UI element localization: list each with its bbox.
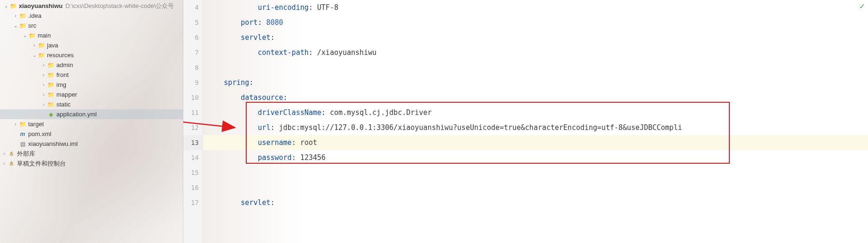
- chevron-right-icon[interactable]: ›: [12, 122, 19, 127]
- tree-pom-xml[interactable]: ·mpom.xml: [0, 129, 183, 139]
- yaml-key: driverClassName: [258, 108, 321, 117]
- folder-icon: 📁: [38, 42, 45, 49]
- folder-icon: 📁: [28, 32, 36, 39]
- tree-static[interactable]: ›📁static: [0, 99, 183, 109]
- code-line-9[interactable]: spring:: [203, 75, 868, 90]
- yaml-text: :: [292, 138, 300, 147]
- folder-icon: 📁: [19, 121, 26, 128]
- project-root[interactable]: ⌄📁xiaoyuanshiwuD:\cxs\Desktop\stack-whit…: [0, 1, 183, 11]
- yaml-text: UTF-8: [317, 3, 338, 12]
- code-line-15[interactable]: [203, 165, 868, 180]
- line-number[interactable]: 14: [183, 150, 203, 165]
- yaml-key: spring: [224, 78, 249, 87]
- chevron-right-icon[interactable]: ›: [40, 72, 47, 77]
- yaml-file-icon: ◆: [47, 111, 55, 118]
- tree-application-yml[interactable]: ·◆application.yml: [0, 109, 183, 119]
- yaml-text: :: [309, 48, 317, 57]
- project-tree: ⌄📁xiaoyuanshiwuD:\cxs\Desktop\stack-whit…: [0, 0, 183, 149]
- chevron-right-icon[interactable]: ›: [40, 62, 47, 68]
- line-number[interactable]: 6: [183, 30, 203, 45]
- code-line-7[interactable]: context-path: /xiaoyuanshiwu: [203, 45, 868, 60]
- code-line-14[interactable]: password: 123456: [203, 150, 868, 165]
- chevron-right-icon[interactable]: ›: [40, 92, 47, 97]
- line-number[interactable]: 9: [183, 75, 203, 90]
- yaml-key: servlet: [241, 198, 270, 207]
- line-number[interactable]: 16: [183, 180, 203, 195]
- yaml-text: :: [283, 93, 288, 102]
- line-number[interactable]: 13: [183, 135, 203, 150]
- code-line-8[interactable]: [203, 60, 868, 75]
- chevron-down-icon[interactable]: ⌄: [12, 23, 19, 28]
- line-number[interactable]: 8: [183, 60, 203, 75]
- line-number[interactable]: 15: [183, 165, 203, 180]
- code-line-12[interactable]: url: jdbc:mysql://127.0.0.1:3306/xiaoyua…: [203, 120, 868, 135]
- iml-file-icon: ▤: [19, 140, 26, 148]
- folder-icon: 📁: [38, 52, 45, 59]
- line-number[interactable]: 4: [183, 0, 203, 15]
- code-line-17[interactable]: servlet:: [203, 195, 868, 210]
- tree-main[interactable]: ⌄📁main: [0, 30, 183, 40]
- tree-front[interactable]: ›📁front: [0, 70, 183, 80]
- chevron-right-icon[interactable]: ›: [40, 102, 47, 107]
- folder-icon: 📁: [47, 101, 55, 108]
- chevron-right-icon[interactable]: ›: [1, 151, 8, 156]
- code-line-13[interactable]: username: root: [203, 135, 868, 150]
- tree-item-label: front: [56, 71, 69, 78]
- yaml-key: url: [258, 123, 270, 132]
- chevron-right-icon[interactable]: ›: [12, 13, 19, 18]
- code-line-11[interactable]: driverClassName: com.mysql.cj.jdbc.Drive…: [203, 105, 868, 120]
- tree-item-label: main: [38, 32, 51, 39]
- external-root-label: 外部库: [17, 150, 35, 158]
- tree-java[interactable]: ›📁java: [0, 40, 183, 50]
- code-line-16[interactable]: [203, 180, 868, 195]
- yaml-text: :: [321, 108, 330, 117]
- library-icon: ⋔: [8, 160, 15, 167]
- tree-item-label: java: [47, 42, 58, 49]
- chevron-right-icon[interactable]: ›: [1, 161, 8, 166]
- tree-mapper[interactable]: ›📁mapper: [0, 90, 183, 99]
- external-libraries[interactable]: ›⋔外部库: [0, 149, 183, 159]
- tree-item-label: static: [56, 101, 70, 108]
- chevron-right-icon[interactable]: ›: [31, 43, 38, 48]
- tree-item-label: mapper: [56, 91, 77, 98]
- code-line-4[interactable]: uri-encoding: UTF-8: [203, 0, 868, 15]
- tree-target[interactable]: ›📁target: [0, 119, 183, 129]
- tree-src[interactable]: ⌄📁src: [0, 21, 183, 30]
- folder-icon: 📁: [19, 12, 26, 20]
- code-line-10[interactable]: datasource:: [203, 90, 868, 105]
- yaml-text: :: [249, 78, 253, 87]
- tree-resources[interactable]: ⌄📁resources: [0, 50, 183, 60]
- yaml-key: servlet: [241, 33, 270, 42]
- yaml-text: :: [270, 198, 274, 207]
- tree-item-label: admin: [56, 61, 73, 68]
- chevron-down-icon[interactable]: ⌄: [31, 53, 38, 58]
- yaml-key: port: [241, 18, 258, 27]
- line-number[interactable]: 5: [183, 15, 203, 30]
- tree-admin[interactable]: ›📁admin: [0, 60, 183, 70]
- yaml-text: 123456: [300, 153, 326, 162]
- inspection-ok-icon[interactable]: ✓: [859, 2, 865, 11]
- line-number[interactable]: 17: [183, 195, 203, 210]
- project-tree-panel[interactable]: ⌄📁xiaoyuanshiwuD:\cxs\Desktop\stack-whit…: [0, 0, 183, 243]
- tree-idea[interactable]: ›📁.idea: [0, 11, 183, 21]
- chevron-down-icon[interactable]: ⌄: [3, 3, 9, 8]
- line-number[interactable]: 7: [183, 45, 203, 60]
- code-line-6[interactable]: servlet:: [203, 30, 868, 45]
- line-number[interactable]: 10: [183, 90, 203, 105]
- tree-item-label: application.yml: [56, 111, 97, 118]
- chevron-down-icon[interactable]: ⌄: [22, 33, 28, 38]
- chevron-right-icon[interactable]: ›: [40, 82, 47, 87]
- tree-item-label: xiaoyuanshiwu.iml: [28, 140, 78, 147]
- code-area[interactable]: uri-encoding: UTF-8 port: 8080 servlet: …: [203, 0, 868, 243]
- tree-iml[interactable]: ·▤xiaoyuanshiwu.iml: [0, 139, 183, 149]
- folder-icon: 📁: [47, 61, 55, 69]
- scratches-consoles[interactable]: ›⋔草稿文件和控制台: [0, 159, 183, 168]
- line-number-gutter[interactable]: 4567891011121314151617: [183, 0, 203, 243]
- tree-img[interactable]: ›📁img: [0, 80, 183, 90]
- yaml-text: com.mysql.cj.jdbc.Driver: [330, 108, 432, 117]
- line-number[interactable]: 12: [183, 120, 203, 135]
- editor-panel[interactable]: 4567891011121314151617 uri-encoding: UTF…: [183, 0, 868, 243]
- maven-file-icon: m: [19, 130, 26, 138]
- code-line-5[interactable]: port: 8080: [203, 15, 868, 30]
- line-number[interactable]: 11: [183, 105, 203, 120]
